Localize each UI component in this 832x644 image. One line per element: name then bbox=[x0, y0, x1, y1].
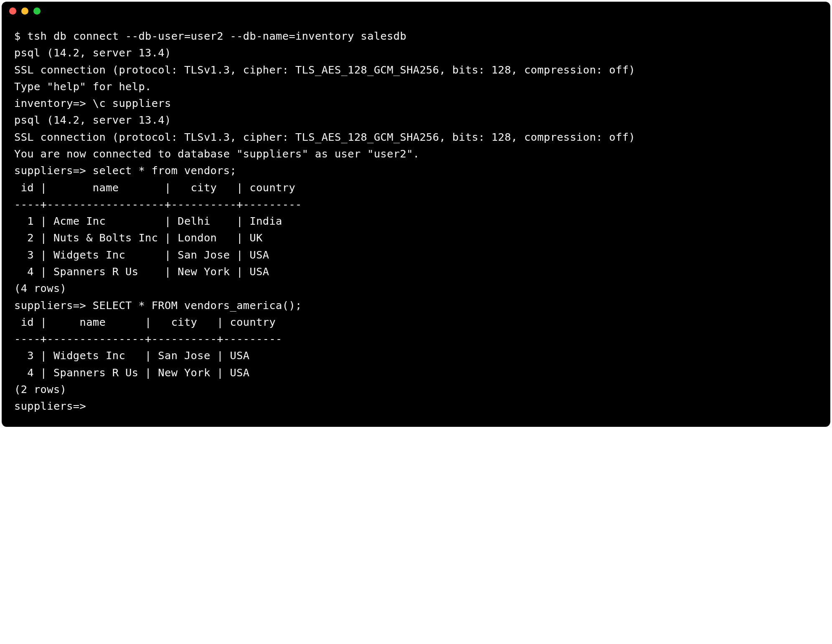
psql-version-line: psql (14.2, server 13.4) bbox=[14, 112, 818, 128]
table-header: id | name | city | country bbox=[14, 314, 818, 330]
psql-command-line: suppliers=> select * from vendors; bbox=[14, 162, 818, 179]
psql-command: \c suppliers bbox=[93, 97, 171, 109]
table-row: 3 | Widgets Inc | San Jose | USA bbox=[14, 246, 818, 263]
table-separator: ----+------------------+----------+-----… bbox=[14, 196, 818, 213]
table-row: 1 | Acme Inc | Delhi | India bbox=[14, 213, 818, 229]
psql-prompt: suppliers=> bbox=[14, 299, 93, 312]
close-icon[interactable] bbox=[9, 8, 16, 15]
connected-line: You are now connected to database "suppl… bbox=[14, 145, 818, 162]
terminal-content[interactable]: $ tsh db connect --db-user=user2 --db-na… bbox=[2, 20, 830, 427]
table-header: id | name | city | country bbox=[14, 179, 818, 196]
psql-version-line: psql (14.2, server 13.4) bbox=[14, 44, 818, 61]
minimize-icon[interactable] bbox=[21, 8, 28, 15]
psql-command: SELECT * FROM vendors_america(); bbox=[93, 299, 302, 312]
psql-prompt: suppliers=> bbox=[14, 164, 93, 177]
table-row: 4 | Spanners R Us | New York | USA bbox=[14, 263, 818, 280]
terminal-window: $ tsh db connect --db-user=user2 --db-na… bbox=[2, 2, 830, 427]
psql-command-line: inventory=> \c suppliers bbox=[14, 95, 818, 112]
help-hint-line: Type "help" for help. bbox=[14, 78, 818, 95]
table-row: 3 | Widgets Inc | San Jose | USA bbox=[14, 347, 818, 364]
ssl-connection-line: SSL connection (protocol: TLSv1.3, ciphe… bbox=[14, 61, 818, 78]
psql-prompt: inventory=> bbox=[14, 97, 93, 109]
shell-command: tsh db connect --db-user=user2 --db-name… bbox=[27, 30, 406, 42]
shell-prompt: $ bbox=[14, 30, 27, 42]
row-count: (2 rows) bbox=[14, 381, 818, 398]
table-row: 2 | Nuts & Bolts Inc | London | UK bbox=[14, 229, 818, 246]
row-count: (4 rows) bbox=[14, 280, 818, 297]
psql-prompt-line: suppliers=> bbox=[14, 398, 818, 414]
table-separator: ----+---------------+----------+--------… bbox=[14, 330, 818, 347]
titlebar bbox=[2, 2, 830, 20]
ssl-connection-line: SSL connection (protocol: TLSv1.3, ciphe… bbox=[14, 129, 818, 145]
maximize-icon[interactable] bbox=[33, 8, 41, 15]
shell-command-line: $ tsh db connect --db-user=user2 --db-na… bbox=[14, 28, 818, 44]
psql-command: select * from vendors; bbox=[93, 164, 236, 177]
table-row: 4 | Spanners R Us | New York | USA bbox=[14, 364, 818, 381]
psql-command-line: suppliers=> SELECT * FROM vendors_americ… bbox=[14, 297, 818, 314]
